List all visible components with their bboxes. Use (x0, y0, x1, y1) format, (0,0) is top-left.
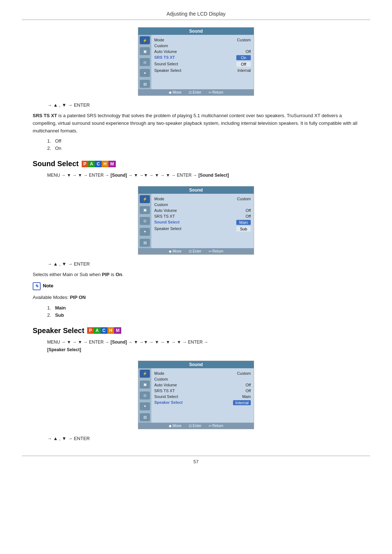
menu-row: Mode Custom (154, 37, 251, 43)
sound-select-description: Selects either Main or Sub when PIP is O… (33, 271, 359, 279)
header-title: Adjusting the LCD Display (167, 11, 226, 17)
menu-rows-2: Mode Custom Custom Auto Volume Off SRS T… (151, 194, 254, 248)
speaker-select-heading: Speaker Select P A C H M (33, 327, 359, 335)
menu-icon-1: ⚡ (140, 36, 150, 44)
menu-ui-speaker-select: Sound ⚡ ▣ ◎ ✦ ▤ Mode Custom Custom Aut (138, 361, 254, 429)
nav-instruction-srs: → ▲ , ▼ → ENTER (47, 102, 359, 108)
menu-row: Mode Custom (154, 370, 251, 376)
badge-a: A (88, 161, 95, 167)
menu-icon-3: ◎ (140, 217, 150, 225)
menu-row: Custom (154, 376, 251, 382)
menu-footer-1: ◆ Move ⊡ Enter ↩ Return (138, 89, 254, 95)
menu-ui-srs: Sound ⚡ ▣ ◎ ✦ ▤ Mode Custom Custom Aut (138, 27, 254, 96)
menu-icons-1: ⚡ ▣ ◎ ✦ ▤ (138, 35, 151, 89)
badge-m: M (114, 327, 121, 334)
menu-icon-4: ✦ (140, 69, 150, 77)
badge-a: A (94, 327, 101, 334)
badge-p: P (82, 161, 88, 167)
menu-icons-3: ⚡ ▣ ◎ ✦ ▤ (138, 368, 151, 423)
menu-row: Speaker Select Internal (154, 67, 251, 73)
menu-rows-1: Mode Custom Custom Auto Volume Off SRS T… (151, 35, 254, 89)
page-number: 57 (193, 459, 199, 464)
sound-select-menu-nav: MENU → ▼ → ▼ → ENTER → [Sound] → ▼ →▼ → … (47, 172, 359, 180)
note-icon: ✎ (33, 282, 41, 290)
menu-row-sound-select-highlighted: Sound Select Main (154, 219, 251, 226)
menu-row: Mode Custom (154, 196, 251, 202)
menu-row: Auto Volume Off (154, 208, 251, 213)
menu-icon-1: ⚡ (140, 195, 150, 203)
menu-row: Custom (154, 43, 251, 49)
badge-group-sound-select: P A C H M (82, 161, 116, 167)
menu-row: Custom (154, 202, 251, 208)
sound-select-title: Sound Select (33, 160, 79, 168)
sound-select-heading: Sound Select P A C H M (33, 160, 359, 168)
menu-footer-2: ◆ Move ⊡ Enter ↩ Return (138, 248, 254, 254)
menu-icon-5: ▤ (140, 413, 150, 421)
speaker-select-menu-nav: MENU → ▼ → ▼ → ENTER → [Sound] → ▼ →▼ → … (47, 338, 359, 354)
badge-p: P (87, 327, 94, 334)
srs-list: 1. Off 2. On (47, 138, 359, 151)
speaker-select-title: Speaker Select (33, 327, 84, 335)
menu-rows-3: Mode Custom Custom Auto Volume Off SRS T… (151, 368, 254, 423)
menu-icon-2: ▣ (140, 206, 150, 214)
list-item: 2. Sub (47, 312, 359, 318)
list-item: 1. Main (47, 305, 359, 311)
menu-row: Auto Volume Off (154, 382, 251, 388)
menu-row-srs-highlighted: SRS TS XT On (154, 54, 251, 61)
badge-c: C (101, 327, 107, 334)
menu-title-1: Sound (138, 28, 254, 35)
page-footer: 57 (22, 456, 370, 464)
menu-icons-2: ⚡ ▣ ◎ ✦ ▤ (138, 194, 151, 248)
menu-icon-2: ▣ (140, 381, 150, 389)
badge-c: C (95, 161, 102, 167)
badge-m: M (109, 161, 116, 167)
menu-icon-5: ▤ (140, 80, 150, 88)
menu-row-speaker-select-highlighted: Speaker Select Internal (154, 399, 251, 406)
menu-footer-3: ◆ Move ⊡ Enter ↩ Return (138, 423, 254, 429)
menu-row: Speaker Select Sub (154, 226, 251, 232)
srs-description: SRS TS XT is a patented SRS technology t… (33, 112, 359, 135)
menu-icon-2: ▣ (140, 47, 150, 55)
badge-h: H (107, 327, 114, 334)
page-header: Adjusting the LCD Display (22, 11, 370, 20)
available-modes-text: Available Modes: PIP ON (33, 294, 359, 301)
menu-icon-4: ✦ (140, 402, 150, 410)
menu-row: Sound Select Main (154, 394, 251, 399)
nav-instruction-sound-select: → ▲ , ▼ → ENTER (47, 261, 359, 267)
menu-title-2: Sound (138, 186, 254, 194)
list-item: 1. Off (47, 138, 359, 144)
menu-row: SRS TS XT Off (154, 388, 251, 394)
nav-instruction-speaker-select: → ▲ , ▼ → ENTER (47, 436, 359, 441)
menu-icon-3: ◎ (140, 58, 150, 66)
menu-row: SRS TS XT Off (154, 213, 251, 219)
menu-row: Sound Select Off (154, 61, 251, 67)
menu-ui-sound-select: Sound ⚡ ▣ ◎ ✦ ▤ Mode Custom Custom Aut (138, 186, 254, 255)
list-item: 2. On (47, 145, 359, 151)
badge-group-speaker-select: P A C H M (87, 327, 121, 334)
menu-title-3: Sound (138, 361, 254, 368)
menu-icon-4: ✦ (140, 228, 150, 236)
menu-row: Auto Volume Off (154, 49, 251, 54)
menu-icon-1: ⚡ (140, 370, 150, 378)
sound-select-list: 1. Main 2. Sub (47, 305, 359, 318)
note-label: Note (43, 282, 53, 288)
menu-icon-5: ▤ (140, 239, 150, 247)
note-box: ✎ Note (33, 282, 359, 290)
badge-h: H (102, 161, 109, 167)
menu-icon-3: ◎ (140, 391, 150, 399)
